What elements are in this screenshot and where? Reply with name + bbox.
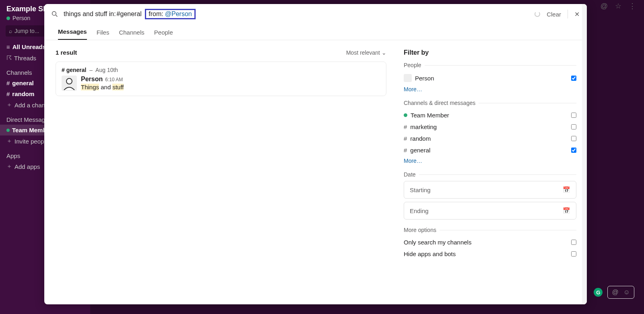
avatar-small (404, 74, 412, 82)
search-tabs: Messages Files Channels People (44, 24, 587, 40)
mention-button[interactable]: @ (612, 289, 618, 296)
avatar (62, 76, 77, 91)
message-time: 6:10 AM (105, 77, 123, 82)
divider (568, 10, 568, 18)
emoji-button[interactable]: ☺ (623, 289, 630, 296)
clear-search-button[interactable]: Clear (547, 11, 561, 18)
filter-random[interactable]: #random (404, 133, 576, 144)
ending-date-input[interactable]: Ending📅 (404, 202, 576, 220)
filter-title: Filter by (404, 49, 576, 56)
filter-hide-bots[interactable]: Hide apps and bots (404, 248, 576, 260)
result-count: 1 result (56, 49, 77, 56)
loading-spinner-icon (535, 11, 540, 17)
filter-person[interactable]: Person (404, 72, 576, 84)
plus-icon: ＋ (6, 138, 12, 145)
hash-icon: # (6, 80, 10, 86)
filter-checkbox[interactable] (571, 240, 576, 245)
hash-icon: # (404, 123, 407, 130)
sort-dropdown[interactable]: Most relevant⌄ (346, 49, 386, 56)
hash-icon: # (6, 90, 10, 97)
filter-checkbox[interactable] (571, 124, 576, 129)
filter-general[interactable]: #general (404, 144, 576, 156)
person-checkbox[interactable] (571, 76, 576, 81)
hash-icon: # (404, 147, 407, 154)
presence-dot-icon (6, 129, 10, 132)
more-icon[interactable]: ⋮ (629, 2, 636, 10)
scrollbar[interactable] (582, 40, 587, 304)
from-filter-token[interactable]: from:@Person (145, 9, 195, 19)
more-people-link[interactable]: More… (404, 86, 576, 92)
star-icon[interactable]: ☆ (615, 2, 621, 10)
plus-icon: ＋ (6, 163, 12, 170)
filter-people-label: People (404, 62, 576, 68)
result-meta: # general – Aug 10th (62, 67, 380, 73)
calendar-icon: 📅 (563, 207, 570, 214)
header-actions: @ ☆ ⋮ (600, 0, 644, 12)
chevron-down-icon: ⌄ (382, 49, 386, 56)
composer-actions: G @ ☺ (594, 286, 634, 299)
more-channels-link[interactable]: More… (404, 158, 576, 164)
tab-channels[interactable]: Channels (119, 29, 144, 40)
filter-checkbox[interactable] (571, 251, 576, 257)
search-icon (52, 11, 58, 17)
jump-icon: ⌕ (9, 28, 12, 34)
svg-line-1 (56, 15, 57, 16)
calendar-icon: 📅 (563, 186, 570, 193)
search-bar: things and stuff in:#general from:@Perso… (44, 4, 587, 24)
search-modal: things and stuff in:#general from:@Perso… (44, 4, 587, 304)
tab-messages[interactable]: Messages (58, 28, 87, 40)
presence-dot-icon (6, 16, 10, 20)
message-text: Things and stuff (81, 84, 124, 90)
filter-date-label: Date (404, 171, 576, 178)
search-query[interactable]: things and stuff in:#general from:@Perso… (64, 9, 529, 19)
filter-checkbox[interactable] (571, 113, 576, 118)
tab-people[interactable]: People (154, 29, 173, 40)
filter-panel: Filter by People Person More… Channels &… (398, 40, 587, 304)
plus-icon: ＋ (6, 101, 12, 109)
starting-date-input[interactable]: Starting📅 (404, 181, 576, 199)
search-result-message[interactable]: # general – Aug 10th Person6:10 AM Thing… (56, 62, 386, 96)
filter-more-options-label: More options (404, 227, 576, 233)
presence-dot-icon (404, 113, 407, 117)
tab-files[interactable]: Files (97, 29, 109, 40)
filter-marketing[interactable]: #marketing (404, 121, 576, 133)
hash-icon: # (404, 135, 407, 142)
close-search-button[interactable]: ✕ (574, 10, 580, 18)
filter-checkbox[interactable] (571, 136, 576, 141)
filter-team-member[interactable]: Team Member (404, 109, 576, 121)
filter-cdm-label: Channels & direct messages (404, 100, 576, 106)
mentions-icon[interactable]: @ (601, 2, 608, 10)
message-author: Person (81, 76, 103, 82)
filter-only-my-channels[interactable]: Only search my channels (404, 236, 576, 248)
thread-icon: ☈ (6, 54, 12, 62)
list-icon: ≡ (6, 43, 10, 50)
search-results: 1 result Most relevant⌄ # general – Aug … (44, 40, 398, 304)
filter-checkbox[interactable] (571, 148, 576, 153)
grammarly-icon[interactable]: G (594, 288, 603, 297)
svg-point-2 (66, 78, 72, 84)
svg-point-0 (52, 12, 56, 16)
